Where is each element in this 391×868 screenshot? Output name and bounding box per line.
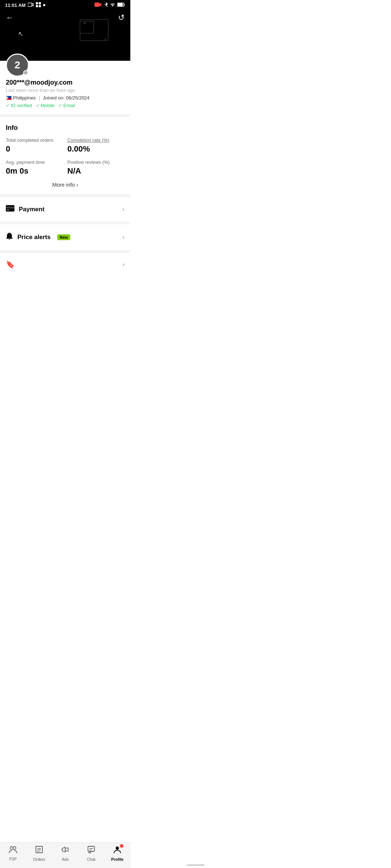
check-icon-mobile: ✓ <box>36 103 40 108</box>
username: 200***@moodjoy.com <box>6 79 125 86</box>
more-info-chevron: › <box>76 182 78 188</box>
verified-row: ✓ ID verified ✓ Mobile ✓ Email <box>6 103 125 108</box>
email-verified: ✓ Email <box>58 103 75 108</box>
back-button[interactable]: ← <box>6 14 14 22</box>
check-icon-id: ✓ <box>6 103 10 108</box>
status-video-icon <box>28 3 34 8</box>
payment-row-left: Payment <box>6 205 45 213</box>
more-info-button[interactable]: More info › <box>6 176 125 191</box>
cursor-overlay: ↖ <box>18 30 24 38</box>
location-row: 🇵🇭 Philippines | Joined on: 06/25/2024 <box>6 95 125 101</box>
partial-row-icon: 🔖 <box>6 260 15 269</box>
price-alerts-chevron: › <box>122 233 125 241</box>
positive-reviews-value: N/A <box>67 166 125 176</box>
positive-reviews-item: Positive reviews (%) N/A <box>67 159 125 176</box>
id-verified: ✓ ID verified <box>6 103 32 108</box>
partial-row: 🔖 › <box>0 253 130 276</box>
country: Philippines <box>13 95 36 101</box>
last-seen: Last seen more than an hour ago <box>6 88 125 93</box>
info-section: Info Total completed orders 0 Completion… <box>0 117 130 194</box>
envelope-decoration: ✦ ✦ <box>72 17 109 46</box>
id-verified-label: ID verified <box>11 103 32 108</box>
avg-payment-value: 0m 0s <box>6 166 63 176</box>
svg-rect-1 <box>36 2 38 4</box>
svg-rect-11 <box>7 209 9 210</box>
completion-rate-item[interactable]: Completion rate (%) 0.00% <box>67 137 125 154</box>
profile-section: 2 200***@moodjoy.com Last seen more than… <box>0 61 130 114</box>
svg-rect-3 <box>36 5 38 7</box>
status-right <box>94 2 125 8</box>
status-left: 11:01 AM <box>5 2 45 8</box>
svg-rect-8 <box>118 3 123 6</box>
partial-row-chevron: › <box>122 261 125 268</box>
status-bar: 11:01 AM <box>0 0 130 10</box>
mobile-verified-label: Mobile <box>41 103 55 108</box>
divider-2 <box>0 194 130 197</box>
total-orders-value: 0 <box>6 144 63 154</box>
mobile-verified: ✓ Mobile <box>36 103 55 108</box>
svg-rect-2 <box>39 2 41 4</box>
svg-rect-5 <box>94 3 100 7</box>
joined-label: Joined on: <box>43 95 64 101</box>
status-dot <box>43 4 45 6</box>
price-alerts-row-left: Price alerts New <box>6 232 70 242</box>
payment-label: Payment <box>19 206 45 213</box>
svg-point-6 <box>112 6 113 7</box>
price-alerts-badge: New <box>57 234 71 240</box>
status-time: 11:01 AM <box>5 3 26 8</box>
payment-icon <box>6 205 14 213</box>
total-orders-label: Total completed orders <box>6 137 63 143</box>
email-verified-label: Email <box>63 103 75 108</box>
price-alerts-icon <box>6 232 13 242</box>
check-icon-email: ✓ <box>58 103 62 108</box>
joined-date: 06/25/2024 <box>66 95 89 101</box>
svg-rect-4 <box>39 5 41 7</box>
status-wifi-icon <box>110 3 115 8</box>
flag-icon: 🇵🇭 <box>6 95 12 101</box>
completion-rate-label[interactable]: Completion rate (%) <box>67 137 125 143</box>
info-section-title: Info <box>6 124 125 132</box>
refresh-button[interactable]: ↺ <box>118 14 125 22</box>
payment-row[interactable]: Payment › <box>0 197 130 221</box>
info-grid: Total completed orders 0 Completion rate… <box>6 137 125 176</box>
status-record-icon <box>94 2 102 8</box>
status-bluetooth-icon <box>104 2 108 8</box>
online-status-dot <box>23 70 28 75</box>
price-alerts-row[interactable]: Price alerts New › <box>0 224 130 250</box>
positive-reviews-label: Positive reviews (%) <box>67 159 125 165</box>
completion-rate-value: 0.00% <box>67 144 125 154</box>
total-orders-item: Total completed orders 0 <box>6 137 63 154</box>
payment-chevron: › <box>122 205 125 213</box>
more-info-label: More info <box>52 182 75 188</box>
header: ✦ ✦ ← ↖ ↺ <box>0 10 130 61</box>
price-alerts-label: Price alerts <box>17 234 51 241</box>
avg-payment-item: Avg. payment time 0m 0s <box>6 159 63 176</box>
divider-1 <box>0 114 130 117</box>
avatar-wrap: 2 <box>6 54 29 77</box>
status-grid-icon <box>36 2 41 8</box>
divider-4 <box>0 250 130 253</box>
divider-3 <box>0 221 130 224</box>
svg-rect-10 <box>6 207 14 208</box>
svg-rect-0 <box>28 3 32 7</box>
status-battery-icon <box>117 3 125 8</box>
avg-payment-label: Avg. payment time <box>6 159 63 165</box>
